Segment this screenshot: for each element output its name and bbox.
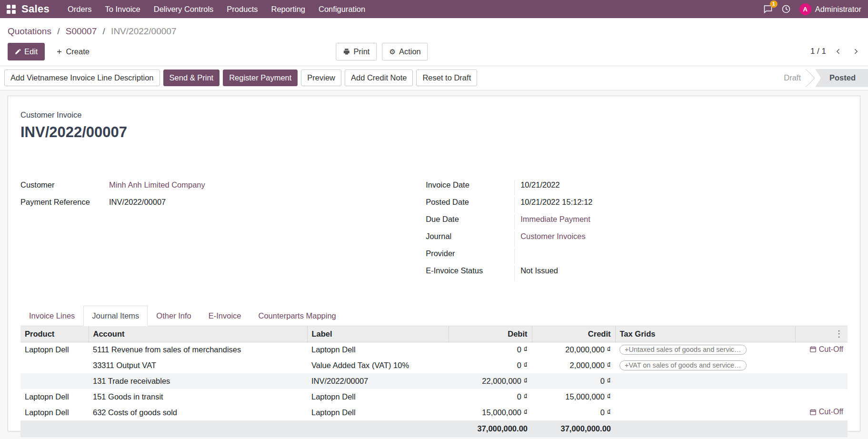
create-button-label: Create [66,47,90,57]
column-header-debit[interactable]: Debit [449,326,532,342]
preview-button[interactable]: Preview [301,70,341,86]
menu-reporting[interactable]: Reporting [264,0,312,18]
column-header-product[interactable]: Product [20,326,89,342]
customer-field-value[interactable]: Minh Anh Limited Company [109,180,205,190]
invoice-date-field-label: Invoice Date [426,180,514,190]
posted-date-field-label: Posted Date [426,197,514,207]
table-row[interactable]: Laptopn Dell 632 Costs of goods sold Lap… [20,405,848,420]
user-menu[interactable]: A Administrator [799,3,861,15]
add-credit-note-button[interactable]: Add Credit Note [345,70,413,86]
breadcrumb-sale-order[interactable]: S00007 [66,26,97,36]
table-row[interactable]: 131 Trade receivables INV/2022/00007 22,… [20,373,848,389]
state-posted[interactable]: Posted [815,69,868,87]
invoice-number-title: INV/2022/00007 [20,124,848,141]
tab-e-invoice[interactable]: E-Invoice [200,306,250,326]
pencil-icon [15,49,21,55]
menu-delivery-controls[interactable]: Delivery Controls [147,0,220,18]
provider-field-label: Provider [426,249,514,258]
cutoff-button[interactable]: Cut-Off [809,408,843,416]
reset-to-draft-button[interactable]: Reset to Draft [416,70,477,86]
notebook-tabs: Invoice Lines Journal Items Other Info E… [20,306,848,326]
field-group-right: Invoice Date 10/21/2022 Posted Date 10/2… [426,180,848,283]
provider-field-value [514,249,848,264]
column-header-account[interactable]: Account [89,326,307,342]
tab-counterparts-mapping[interactable]: Counterparts Mapping [250,306,345,326]
tab-journal-items[interactable]: Journal Items [83,306,148,326]
cutoff-button[interactable]: Cut-Off [809,345,843,354]
cell-label: INV/2022/00007 [307,373,449,389]
table-row[interactable]: Laptopn Dell 151 Goods in transit Laptop… [20,389,848,405]
cell-account: 33311 Output VAT [89,358,307,373]
gear-icon: ⚙ [389,48,395,55]
pager: 1 / 1 [810,46,860,57]
send-print-button[interactable]: Send & Print [163,70,220,86]
column-header-label[interactable]: Label [307,326,449,342]
add-vietnamese-description-button[interactable]: Add Vietnamese Invoice Line Description [4,70,160,86]
total-debit: 37,000,000.00 [449,420,532,437]
posted-date-field-value: 10/21/2022 15:12:12 [514,197,848,213]
status-widget: Draft Posted [773,69,868,87]
due-date-field-value[interactable]: Immediate Payment [514,214,848,230]
field-group-left: Customer Minh Anh Limited Company Paymen… [20,180,426,283]
cell-debit: 0 ₫ [449,389,532,405]
cell-tax-grids: +VAT on sales of goods and service… [615,358,795,373]
cell-cutoff [795,389,848,405]
column-header-tax-grids[interactable]: Tax Grids [615,326,795,342]
tab-other-info[interactable]: Other Info [148,306,200,326]
action-button[interactable]: ⚙ Action [382,43,428,60]
menu-orders[interactable]: Orders [61,0,98,18]
plus-icon [56,49,62,55]
cutoff-button-label: Cut-Off [819,345,843,354]
cell-credit: 0 ₫ [532,405,615,420]
statusbar: Add Vietnamese Invoice Line Description … [0,66,868,90]
invoice-form-sheet: Customer Invoice INV/2022/00007 Customer… [8,96,860,431]
table-row[interactable]: Laptopn Dell 5111 Revenue from sales of … [20,342,848,358]
cell-label: Laptopn Dell [307,389,449,405]
create-button[interactable]: Create [49,43,97,60]
register-payment-button[interactable]: Register Payment [223,70,298,86]
cell-debit: 22,000,000 ₫ [449,373,532,389]
topbar-systray: 1 A Administrator [763,3,861,15]
messages-button[interactable]: 1 [763,4,773,14]
cell-account: 632 Costs of goods sold [89,405,307,420]
menu-configuration[interactable]: Configuration [312,0,372,18]
table-totals-row: 37,000,000.00 37,000,000.00 [20,420,848,437]
journal-field-value[interactable]: Customer Invoices [514,231,848,247]
cell-credit: 15,000,000 ₫ [532,389,615,405]
menu-to-invoice[interactable]: To Invoice [98,0,147,18]
app-name[interactable]: Sales [21,3,50,15]
cell-credit: 2,000,000 ₫ [532,358,615,373]
message-count-badge: 1 [770,0,778,8]
journal-field-label: Journal [426,231,514,241]
invoice-date-field-value: 10/21/2022 [514,180,848,196]
state-draft[interactable]: Draft [773,69,815,87]
cell-label: Value Added Tax (VAT) 10% [307,358,449,373]
column-header-extra: ⋮ [795,326,848,342]
activities-button[interactable] [781,4,791,14]
pager-value: 1 / 1 [810,47,826,56]
tax-grid-tag: +Untaxed sales of goods and servic… [619,345,747,355]
column-header-credit[interactable]: Credit [532,326,615,342]
breadcrumb-quotations[interactable]: Quotations [8,26,51,36]
optional-columns-icon[interactable]: ⋮ [835,329,843,338]
print-button[interactable]: Print [336,43,377,60]
chevron-left-icon [835,47,842,56]
cell-debit: 0 ₫ [449,342,532,358]
cell-tax-grids: +Untaxed sales of goods and servic… [615,342,795,358]
cell-cutoff [795,358,848,373]
cell-label: Laptopn Dell [307,405,449,420]
edit-button[interactable]: Edit [8,43,45,60]
cell-debit: 15,000,000 ₫ [449,405,532,420]
breadcrumb: Quotations / S00007 / INV/2022/00007 [0,18,868,39]
cell-account: 151 Goods in transit [89,389,307,405]
cell-product [20,358,89,373]
table-row[interactable]: 33311 Output VAT Value Added Tax (VAT) 1… [20,358,848,373]
journal-items-table: Product Account Label Debit Credit Tax G… [20,326,848,438]
tab-invoice-lines[interactable]: Invoice Lines [20,306,83,326]
menu-products[interactable]: Products [220,0,264,18]
breadcrumb-separator: / [103,26,105,36]
pager-next-button[interactable] [851,46,860,57]
document-type-label: Customer Invoice [20,110,848,120]
apps-menu-icon[interactable] [7,5,16,14]
pager-previous-button[interactable] [834,46,843,57]
